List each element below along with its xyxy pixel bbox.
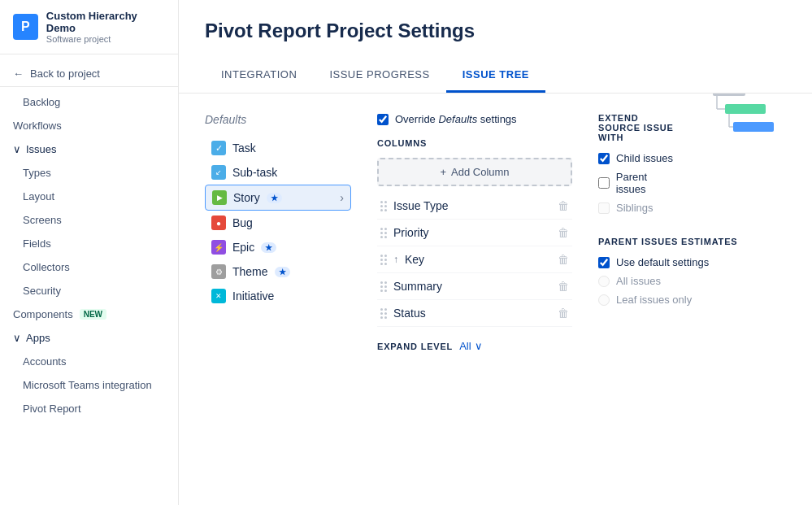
use-default-checkbox[interactable] <box>598 257 610 268</box>
story-label: Story <box>233 191 260 204</box>
initiative-icon: ✕ <box>211 289 226 303</box>
drag-handle-status[interactable] <box>380 308 387 319</box>
sidebar-item-types[interactable]: Types <box>0 161 178 185</box>
column-name-issue-type: Issue Type <box>393 199 551 212</box>
screens-label: Screens <box>23 214 62 226</box>
tab-bar: INTEGRATION ISSUE PROGRESS ISSUE TREE <box>205 59 786 93</box>
task-label: Task <box>232 141 256 155</box>
issue-type-theme[interactable]: ⚙ Theme ★ <box>205 259 351 284</box>
sidebar-header: P Custom Hierarchy Demo Software project <box>0 0 178 54</box>
issue-type-task[interactable]: ✓ Task <box>205 136 351 160</box>
tree-svg <box>705 94 786 141</box>
siblings-row: Siblings <box>598 202 679 214</box>
page-title: Pivot Report Project Settings <box>205 20 786 42</box>
fields-label: Fields <box>23 237 51 250</box>
types-label: Types <box>23 167 51 179</box>
sidebar-item-fields[interactable]: Fields <box>0 232 178 255</box>
main-content: Pivot Report Project Settings INTEGRATIO… <box>179 0 812 505</box>
delete-column-status[interactable]: 🗑 <box>558 307 569 320</box>
main-header: Pivot Report Project Settings INTEGRATIO… <box>179 0 812 94</box>
sidebar-item-security[interactable]: Security <box>0 279 178 303</box>
column-item-key: ↑ Key 🗑 <box>377 246 572 273</box>
issue-type-bug[interactable]: ● Bug <box>205 211 351 235</box>
sidebar-item-accounts[interactable]: Accounts <box>0 350 178 373</box>
theme-icon: ⚙ <box>211 264 226 279</box>
accounts-label: Accounts <box>23 355 66 368</box>
defaults-label: Defaults <box>205 113 351 126</box>
drag-handle-priority[interactable] <box>380 228 387 238</box>
delete-column-key[interactable]: 🗑 <box>558 253 569 266</box>
column-name-priority: Priority <box>393 226 551 239</box>
sidebar-item-collectors[interactable]: Collectors <box>0 255 178 279</box>
issue-type-subtask[interactable]: ↙ Sub-task <box>205 160 351 185</box>
leaf-issues-label: Leaf issues only <box>616 294 692 306</box>
apps-group-header[interactable]: ∨ Apps <box>0 326 178 350</box>
column-name-key: Key <box>405 253 551 266</box>
drag-handle-summary[interactable] <box>380 281 387 292</box>
tab-issue-tree[interactable]: ISSUE TREE <box>446 59 545 93</box>
siblings-checkbox[interactable] <box>598 202 610 214</box>
svg-rect-1 <box>725 104 766 114</box>
columns-panel: Override Defaults settings COLUMNS + Add… <box>377 113 572 485</box>
tab-issue-progress[interactable]: ISSUE PROGRESS <box>313 59 445 93</box>
issue-type-epic[interactable]: ⚡ Epic ★ <box>205 235 351 259</box>
sidebar-item-workflows[interactable]: Workflows <box>0 114 178 137</box>
child-issues-checkbox[interactable] <box>598 153 610 164</box>
back-icon: ← <box>13 67 24 80</box>
delete-column-summary[interactable]: 🗑 <box>558 280 569 293</box>
key-up-arrow-icon: ↑ <box>393 254 398 265</box>
project-logo: P <box>13 14 38 40</box>
expand-level-row: EXPAND LEVEL All ∨ <box>377 340 572 352</box>
leaf-issues-radio[interactable] <box>598 294 610 306</box>
parent-issues-checkbox[interactable] <box>598 177 610 189</box>
sidebar-item-screens[interactable]: Screens <box>0 208 178 232</box>
extend-options: EXTEND SOURCE ISSUE WITH Child issues Pa… <box>598 113 679 220</box>
drag-handle-key[interactable] <box>380 255 387 265</box>
issues-group-label: Issues <box>26 143 57 155</box>
expand-level-selector[interactable]: All ∨ <box>459 340 482 352</box>
sidebar: P Custom Hierarchy Demo Software project… <box>0 0 179 505</box>
use-default-label: Use default settings <box>616 256 709 268</box>
expand-chevron-down-icon: ∨ <box>475 340 483 352</box>
defaults-panel: Defaults ✓ Task ↙ Sub-task ▶ Story ★ › ●… <box>205 113 351 485</box>
extend-panel: EXTEND SOURCE ISSUE WITH Child issues Pa… <box>598 113 786 485</box>
override-checkbox[interactable] <box>377 114 389 125</box>
issues-group-header[interactable]: ∨ Issues <box>0 137 178 161</box>
parent-issues-label: Parent issues <box>616 171 679 195</box>
drag-handle-issue-type[interactable] <box>380 201 387 211</box>
sidebar-item-backlog[interactable]: Backlog <box>0 90 178 114</box>
svg-rect-2 <box>733 122 774 132</box>
content-area: Defaults ✓ Task ↙ Sub-task ▶ Story ★ › ●… <box>179 94 812 505</box>
backlog-label: Backlog <box>23 96 60 108</box>
apps-chevron-icon: ∨ <box>13 332 21 344</box>
security-label: Security <box>23 285 61 297</box>
child-issues-row: Child issues <box>598 152 679 164</box>
sidebar-item-pivot[interactable]: Pivot Report <box>0 397 178 420</box>
delete-column-priority[interactable]: 🗑 <box>558 226 569 239</box>
tab-integration[interactable]: INTEGRATION <box>205 59 313 93</box>
workflows-label: Workflows <box>13 120 62 132</box>
all-issues-radio[interactable] <box>598 276 610 287</box>
parent-issues-row: Parent issues <box>598 171 679 195</box>
back-to-project[interactable]: ← Back to project <box>0 61 178 87</box>
issue-type-initiative[interactable]: ✕ Initiative <box>205 284 351 308</box>
back-label: Back to project <box>30 67 100 80</box>
sidebar-item-components[interactable]: Components NEW <box>0 303 178 326</box>
bug-icon: ● <box>211 215 226 230</box>
all-issues-label: All issues <box>616 275 661 287</box>
layout-label: Layout <box>23 190 54 202</box>
sidebar-item-layout[interactable]: Layout <box>0 185 178 208</box>
components-label: Components <box>13 308 73 320</box>
project-info: Custom Hierarchy Demo Software project <box>46 10 165 44</box>
delete-column-issue-type[interactable]: 🗑 <box>558 199 569 212</box>
task-icon: ✓ <box>211 141 226 155</box>
child-issues-label: Child issues <box>616 152 673 164</box>
epic-label: Epic <box>232 241 254 254</box>
issue-type-story[interactable]: ▶ Story ★ › <box>205 185 351 211</box>
siblings-label: Siblings <box>616 202 654 214</box>
column-item-status: Status 🗑 <box>377 300 572 327</box>
add-column-button[interactable]: + Add Column <box>377 158 572 186</box>
story-star-badge: ★ <box>267 193 282 203</box>
sidebar-item-teams[interactable]: Microsoft Teams integration <box>0 373 178 397</box>
override-row: Override Defaults settings <box>377 113 572 125</box>
